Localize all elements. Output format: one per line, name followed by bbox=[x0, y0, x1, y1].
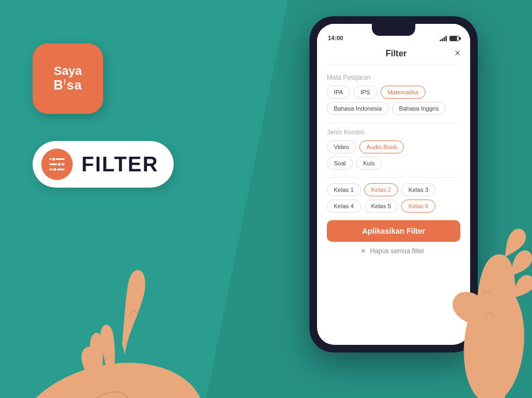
modal-header: Filter × bbox=[327, 48, 460, 65]
filter-icon-bg bbox=[41, 149, 73, 180]
phone-screen: 14:00 Filte bbox=[317, 24, 470, 345]
chip-kuis[interactable]: Kuis bbox=[356, 157, 382, 170]
section-kelas: Kelas 1 Kelas 2 Kelas 3 Kelas 4 Kelas 5 … bbox=[327, 183, 460, 213]
logo-bisa-text: B!sa bbox=[54, 78, 83, 93]
svg-rect-6 bbox=[440, 40, 441, 41]
sayabisa-logo: Saya B!sa bbox=[33, 43, 103, 114]
logo-saya-text: Saya bbox=[54, 65, 81, 78]
chip-video[interactable]: Video bbox=[327, 140, 356, 153]
modal-title: Filter bbox=[338, 49, 454, 59]
chip-soal[interactable]: Soal bbox=[327, 157, 353, 170]
clear-filter-button[interactable]: ✕ Hapus semua filter bbox=[327, 247, 460, 255]
svg-rect-7 bbox=[442, 38, 444, 41]
chip-ipa[interactable]: IPA bbox=[327, 86, 350, 99]
divider-1 bbox=[327, 123, 460, 123]
svg-point-5 bbox=[53, 168, 57, 171]
svg-rect-9 bbox=[446, 36, 447, 41]
jenis-konten-chips-row2: Soal Kuis bbox=[327, 157, 460, 170]
chip-kelas5[interactable]: Kelas 5 bbox=[364, 200, 398, 213]
svg-point-1 bbox=[52, 157, 56, 161]
mata-pelajaran-chips-row2: Bahasa Indonesia Bahasa Inggris bbox=[327, 102, 460, 115]
chip-bahasa-inggris[interactable]: Bahasa Inggris bbox=[392, 102, 446, 115]
svg-point-10 bbox=[0, 343, 220, 398]
filter-label: FILTER bbox=[81, 153, 159, 176]
jenis-konten-chips: Video Audio Book bbox=[327, 140, 460, 153]
chip-kelas4[interactable]: Kelas 4 bbox=[327, 200, 361, 213]
kelas-chips-row2: Kelas 4 Kelas 5 Kelas 6 bbox=[327, 200, 460, 213]
filter-sliders-icon bbox=[48, 157, 66, 172]
svg-point-3 bbox=[58, 163, 61, 166]
chip-kelas3[interactable]: Kelas 3 bbox=[401, 183, 435, 196]
filter-modal: Filter × Mata Pelajaran IPA IPS Matemati… bbox=[317, 43, 470, 345]
phone-notch bbox=[372, 24, 415, 36]
clear-label: Hapus semua filter bbox=[370, 247, 425, 255]
chip-kelas1[interactable]: Kelas 1 bbox=[327, 183, 361, 196]
section-jenis-konten: Jenis Konten Video Audio Book Soal Kuis bbox=[327, 129, 460, 170]
phone-mockup: 14:00 Filte bbox=[309, 16, 478, 352]
chip-audio-book[interactable]: Audio Book bbox=[359, 140, 404, 153]
filter-pill[interactable]: FILTER bbox=[33, 141, 174, 188]
status-icons bbox=[440, 36, 459, 41]
chip-kelas2[interactable]: Kelas 2 bbox=[364, 183, 398, 196]
status-time: 14:00 bbox=[328, 35, 343, 41]
divider-2 bbox=[327, 177, 460, 178]
jenis-konten-label: Jenis Konten bbox=[327, 129, 460, 136]
phone-frame: 14:00 Filte bbox=[309, 16, 478, 352]
left-panel: Saya B!sa FILTER bbox=[33, 43, 174, 188]
chip-ips[interactable]: IPS bbox=[353, 86, 377, 99]
signal-icon bbox=[440, 36, 447, 41]
clear-icon: ✕ bbox=[360, 247, 366, 255]
section-mata-pelajaran: Mata Pelajaran IPA IPS Matematika Bahasa… bbox=[327, 74, 460, 115]
mata-pelajaran-label: Mata Pelajaran bbox=[327, 74, 460, 81]
mata-pelajaran-chips: IPA IPS Matematika bbox=[327, 86, 460, 99]
chip-kelas6[interactable]: Kelas 6 bbox=[401, 200, 435, 213]
svg-rect-8 bbox=[444, 37, 445, 42]
modal-close-button[interactable]: × bbox=[454, 48, 460, 59]
apply-filter-button[interactable]: Aplikasikan Filter bbox=[327, 220, 460, 242]
kelas-chips-row1: Kelas 1 Kelas 2 Kelas 3 bbox=[327, 183, 460, 196]
chip-matematika[interactable]: Matematika bbox=[381, 86, 426, 99]
battery-icon bbox=[449, 36, 459, 41]
chip-bahasa-indonesia[interactable]: Bahasa Indonesia bbox=[327, 102, 389, 115]
left-hand bbox=[0, 270, 220, 398]
